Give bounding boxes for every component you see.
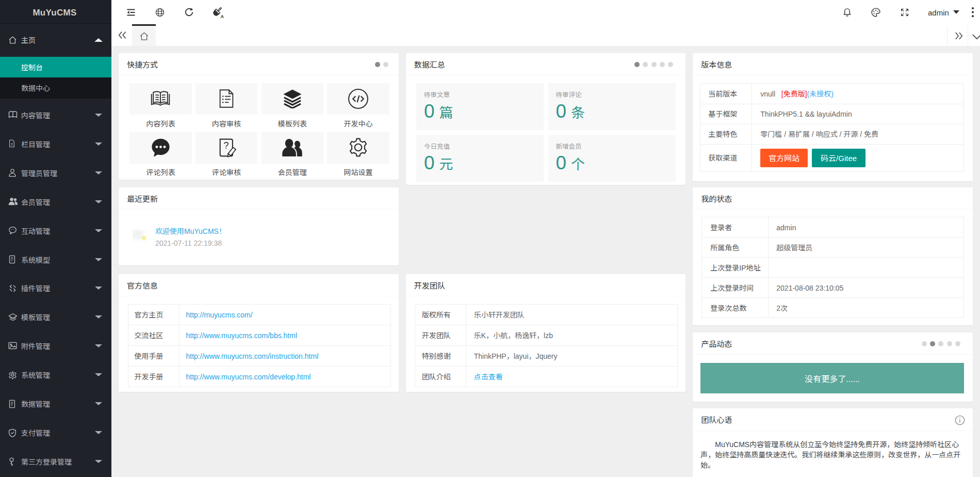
- svg-text:?: ?: [223, 140, 228, 151]
- svg-text:A: A: [221, 14, 224, 19]
